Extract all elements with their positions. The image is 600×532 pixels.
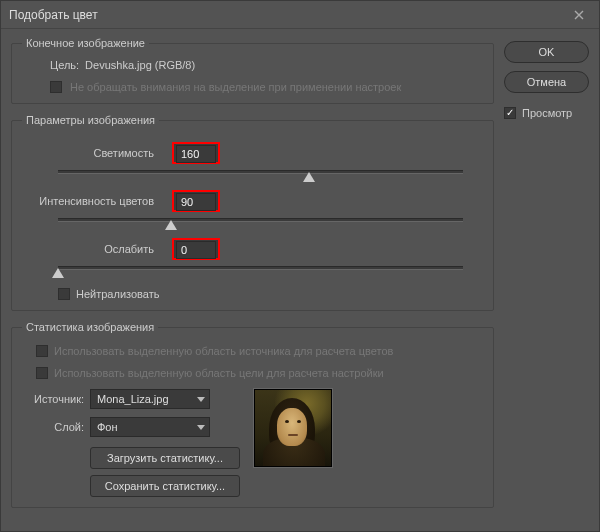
- source-select-value: Mona_Liza.jpg: [97, 393, 169, 405]
- luminance-slider[interactable]: [58, 166, 463, 182]
- image-statistics-legend: Статистика изображения: [22, 321, 158, 333]
- intensity-label: Интенсивность цветов: [22, 195, 172, 207]
- neutralize-label: Нейтрализовать: [76, 288, 159, 300]
- luminance-input[interactable]: [176, 145, 216, 163]
- slider-thumb-icon: [303, 172, 315, 182]
- neutralize-checkbox[interactable]: [58, 288, 70, 300]
- intensity-input[interactable]: [176, 193, 216, 211]
- luminance-label: Светимость: [22, 147, 172, 159]
- destination-legend: Конечное изображение: [22, 37, 149, 49]
- match-color-dialog: Подобрать цвет Конечное изображение Цель…: [0, 0, 600, 532]
- image-options-legend: Параметры изображения: [22, 114, 159, 126]
- preview-checkbox[interactable]: [504, 107, 516, 119]
- use-target-selection-label: Использовать выделенную область цели для…: [54, 367, 384, 379]
- fade-slider[interactable]: [58, 262, 463, 278]
- save-statistics-button[interactable]: Сохранить статистику...: [90, 475, 240, 497]
- use-source-selection-checkbox: [36, 345, 48, 357]
- destination-group: Конечное изображение Цель: Devushka.jpg …: [11, 37, 494, 104]
- source-label: Источник:: [24, 393, 84, 405]
- layer-label: Слой:: [24, 421, 84, 433]
- load-statistics-button[interactable]: Загрузить статистику...: [90, 447, 240, 469]
- slider-thumb-icon: [52, 268, 64, 278]
- intensity-value-highlight: [172, 190, 220, 212]
- layer-select[interactable]: Фон: [90, 417, 210, 437]
- source-thumbnail: [254, 389, 332, 467]
- source-select[interactable]: Mona_Liza.jpg: [90, 389, 210, 409]
- fade-label: Ослабить: [22, 243, 172, 255]
- target-value: Devushka.jpg (RGB/8): [85, 59, 195, 71]
- chevron-down-icon: [197, 425, 205, 430]
- use-source-selection-label: Использовать выделенную область источник…: [54, 345, 393, 357]
- close-icon: [574, 10, 584, 20]
- ignore-selection-label: Не обращать внимания на выделение при пр…: [70, 81, 401, 93]
- intensity-slider[interactable]: [58, 214, 463, 230]
- fade-value-highlight: [172, 238, 220, 260]
- fade-input[interactable]: [176, 241, 216, 259]
- slider-thumb-icon: [165, 220, 177, 230]
- titlebar: Подобрать цвет: [1, 1, 599, 29]
- target-label: Цель:: [50, 59, 79, 71]
- luminance-value-highlight: [172, 142, 220, 164]
- use-target-selection-checkbox: [36, 367, 48, 379]
- cancel-button[interactable]: Отмена: [504, 71, 589, 93]
- ok-button[interactable]: OK: [504, 41, 589, 63]
- chevron-down-icon: [197, 397, 205, 402]
- ignore-selection-checkbox: [50, 81, 62, 93]
- image-options-group: Параметры изображения Светимость Интенси…: [11, 114, 494, 311]
- window-title: Подобрать цвет: [9, 8, 98, 22]
- preview-label: Просмотр: [522, 107, 572, 119]
- layer-select-value: Фон: [97, 421, 118, 433]
- image-statistics-group: Статистика изображения Использовать выде…: [11, 321, 494, 508]
- close-button[interactable]: [567, 3, 591, 27]
